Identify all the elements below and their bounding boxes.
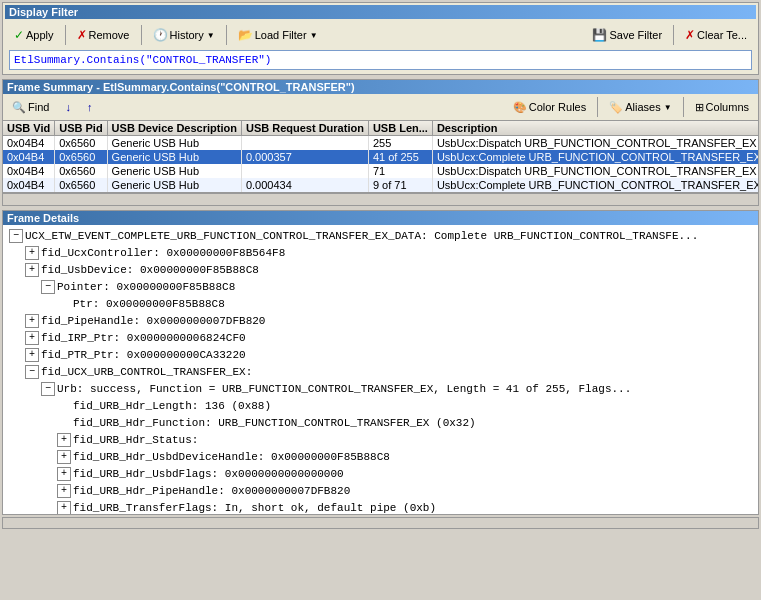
aliases-icon: 🏷️ bbox=[609, 101, 623, 114]
filter-input[interactable] bbox=[9, 50, 752, 70]
load-filter-dropdown-arrow: ▼ bbox=[310, 31, 318, 40]
load-filter-icon: 📂 bbox=[238, 28, 253, 42]
collapse-icon[interactable]: − bbox=[9, 229, 23, 243]
expand-icon[interactable]: + bbox=[57, 450, 71, 464]
separator-3 bbox=[226, 25, 227, 45]
columns-button[interactable]: ⊞ Columns bbox=[688, 96, 756, 118]
col-usb-device-desc[interactable]: USB Device Description bbox=[107, 121, 241, 136]
tree-item[interactable]: +fid_PipeHandle: 0x0000000007DFB820 bbox=[7, 312, 754, 329]
down-arrow-button[interactable]: ↓ bbox=[58, 96, 78, 118]
down-arrow-icon: ↓ bbox=[65, 101, 71, 113]
tree-node-text: fid_URB_Hdr_Length: 136 (0x88) bbox=[73, 400, 271, 412]
tree-item[interactable]: +fid_URB_Hdr_PipeHandle: 0x0000000007DFB… bbox=[7, 482, 754, 499]
tree-node-text: fid_URB_Hdr_Status: bbox=[73, 434, 198, 446]
tree-item[interactable]: +fid_URB_Hdr_UsbdFlags: 0x00000000000000… bbox=[7, 465, 754, 482]
clear-button[interactable]: ✗ Clear Te... bbox=[678, 24, 754, 46]
tree-item[interactable]: +fid_URB_TransferFlags: In, short ok, de… bbox=[7, 499, 754, 515]
remove-button[interactable]: ✗ Remove bbox=[70, 24, 137, 46]
table-cell-1: 0x6560 bbox=[55, 164, 107, 178]
collapse-icon[interactable]: − bbox=[25, 365, 39, 379]
frame-details-panel[interactable]: Frame Details −UCX_ETW_EVENT_COMPLETE_UR… bbox=[2, 210, 759, 515]
table-cell-3: 0.000357 bbox=[241, 150, 368, 164]
table-cell-2: Generic USB Hub bbox=[107, 178, 241, 192]
tree-node-text: fid_URB_Hdr_Function: URB_FUNCTION_CONTR… bbox=[73, 417, 476, 429]
tree-node-text: UCX_ETW_EVENT_COMPLETE_URB_FUNCTION_CONT… bbox=[25, 230, 698, 242]
expand-icon[interactable]: + bbox=[57, 433, 71, 447]
tree-item[interactable]: fid_URB_Hdr_Length: 136 (0x88) bbox=[7, 397, 754, 414]
tree-node-text: fid_URB_Hdr_UsbdDeviceHandle: 0x00000000… bbox=[73, 451, 390, 463]
clear-label: Clear Te... bbox=[697, 29, 747, 41]
right-toolbar: 🎨 Color Rules 🏷️ Aliases ▼ ⊞ Columns bbox=[506, 96, 756, 118]
display-filter-toolbar: ✓ Apply ✗ Remove 🕐 History ▼ 📂 Load Filt… bbox=[5, 22, 756, 48]
columns-icon: ⊞ bbox=[695, 101, 704, 114]
tree-item[interactable]: +fid_UcxController: 0x00000000F8B564F8 bbox=[7, 244, 754, 261]
table-cell-2: Generic USB Hub bbox=[107, 136, 241, 151]
tree-item[interactable]: −fid_UCX_URB_CONTROL_TRANSFER_EX: bbox=[7, 363, 754, 380]
aliases-button[interactable]: 🏷️ Aliases ▼ bbox=[602, 96, 678, 118]
apply-button[interactable]: ✓ Apply bbox=[7, 24, 61, 46]
frame-table: USB Vid USB Pid USB Device Description U… bbox=[3, 121, 758, 192]
table-cell-4: 41 of 255 bbox=[368, 150, 432, 164]
tree-item[interactable]: +fid_IRP_Ptr: 0x0000000006824CF0 bbox=[7, 329, 754, 346]
aliases-dropdown-arrow: ▼ bbox=[664, 103, 672, 112]
table-cell-2: Generic USB Hub bbox=[107, 150, 241, 164]
tree-item[interactable]: −Urb: success, Function = URB_FUNCTION_C… bbox=[7, 380, 754, 397]
bottom-scrollbar[interactable] bbox=[2, 517, 759, 529]
tree-item[interactable]: Ptr: 0x00000000F85B88C8 bbox=[7, 295, 754, 312]
tree-item[interactable]: +fid_URB_Hdr_Status: bbox=[7, 431, 754, 448]
up-arrow-button[interactable]: ↑ bbox=[80, 96, 100, 118]
frame-summary-scrollbar[interactable] bbox=[3, 193, 758, 205]
table-row[interactable]: 0x04B40x6560Generic USB Hub71UsbUcx:Disp… bbox=[3, 164, 758, 178]
separator-5 bbox=[597, 97, 598, 117]
expand-icon[interactable]: + bbox=[25, 314, 39, 328]
tree-item[interactable]: −UCX_ETW_EVENT_COMPLETE_URB_FUNCTION_CON… bbox=[7, 227, 754, 244]
find-button[interactable]: 🔍 Find bbox=[5, 96, 56, 118]
filter-input-row bbox=[5, 48, 756, 72]
expand-icon[interactable]: + bbox=[57, 501, 71, 515]
tree-node-text: fid_PipeHandle: 0x0000000007DFB820 bbox=[41, 315, 265, 327]
tree-item[interactable]: −Pointer: 0x00000000F85B88C8 bbox=[7, 278, 754, 295]
save-filter-button[interactable]: 💾 Save Filter bbox=[585, 24, 669, 46]
tree-item[interactable]: +fid_URB_Hdr_UsbdDeviceHandle: 0x0000000… bbox=[7, 448, 754, 465]
collapse-icon[interactable]: − bbox=[41, 280, 55, 294]
expand-icon[interactable]: + bbox=[57, 467, 71, 481]
tree-node-text: fid_URB_Hdr_UsbdFlags: 0x000000000000000… bbox=[73, 468, 344, 480]
separator-4 bbox=[673, 25, 674, 45]
table-cell-0: 0x04B4 bbox=[3, 136, 55, 151]
frame-table-container[interactable]: USB Vid USB Pid USB Device Description U… bbox=[3, 121, 758, 193]
table-row[interactable]: 0x04B40x6560Generic USB Hub255UsbUcx:Dis… bbox=[3, 136, 758, 151]
history-dropdown-arrow: ▼ bbox=[207, 31, 215, 40]
expand-icon[interactable]: + bbox=[25, 331, 39, 345]
col-description[interactable]: Description bbox=[432, 121, 758, 136]
load-filter-button[interactable]: 📂 Load Filter ▼ bbox=[231, 24, 325, 46]
col-usb-pid[interactable]: USB Pid bbox=[55, 121, 107, 136]
table-cell-0: 0x04B4 bbox=[3, 164, 55, 178]
separator-1 bbox=[65, 25, 66, 45]
table-row[interactable]: 0x04B40x6560Generic USB Hub0.00035741 of… bbox=[3, 150, 758, 164]
col-usb-vid[interactable]: USB Vid bbox=[3, 121, 55, 136]
tree-item[interactable]: fid_URB_Hdr_Function: URB_FUNCTION_CONTR… bbox=[7, 414, 754, 431]
color-rules-button[interactable]: 🎨 Color Rules bbox=[506, 96, 593, 118]
table-cell-2: Generic USB Hub bbox=[107, 164, 241, 178]
col-usb-len[interactable]: USB Len... bbox=[368, 121, 432, 136]
tree-item[interactable]: +fid_PTR_Ptr: 0x000000000CA33220 bbox=[7, 346, 754, 363]
tree-item[interactable]: +fid_UsbDevice: 0x00000000F85B88C8 bbox=[7, 261, 754, 278]
table-cell-3 bbox=[241, 164, 368, 178]
display-filter-panel: Display Filter ✓ Apply ✗ Remove 🕐 Histor… bbox=[2, 2, 759, 75]
table-header-row: USB Vid USB Pid USB Device Description U… bbox=[3, 121, 758, 136]
col-usb-req-dur[interactable]: USB Request Duration bbox=[241, 121, 368, 136]
collapse-icon[interactable]: − bbox=[41, 382, 55, 396]
expand-icon[interactable]: + bbox=[25, 246, 39, 260]
find-label: Find bbox=[28, 101, 49, 113]
expand-icon[interactable]: + bbox=[25, 263, 39, 277]
tree-node-text: fid_PTR_Ptr: 0x000000000CA33220 bbox=[41, 349, 246, 361]
table-cell-1: 0x6560 bbox=[55, 136, 107, 151]
table-row[interactable]: 0x04B40x6560Generic USB Hub0.0004349 of … bbox=[3, 178, 758, 192]
expand-icon[interactable]: + bbox=[57, 484, 71, 498]
history-button[interactable]: 🕐 History ▼ bbox=[146, 24, 222, 46]
expand-icon[interactable]: + bbox=[25, 348, 39, 362]
aliases-label: Aliases bbox=[625, 101, 660, 113]
table-cell-5: UsbUcx:Dispatch URB_FUNCTION_CONTROL_TRA… bbox=[432, 164, 758, 178]
tree-node-text: fid_IRP_Ptr: 0x0000000006824CF0 bbox=[41, 332, 246, 344]
tree-node-text: Pointer: 0x00000000F85B88C8 bbox=[57, 281, 235, 293]
